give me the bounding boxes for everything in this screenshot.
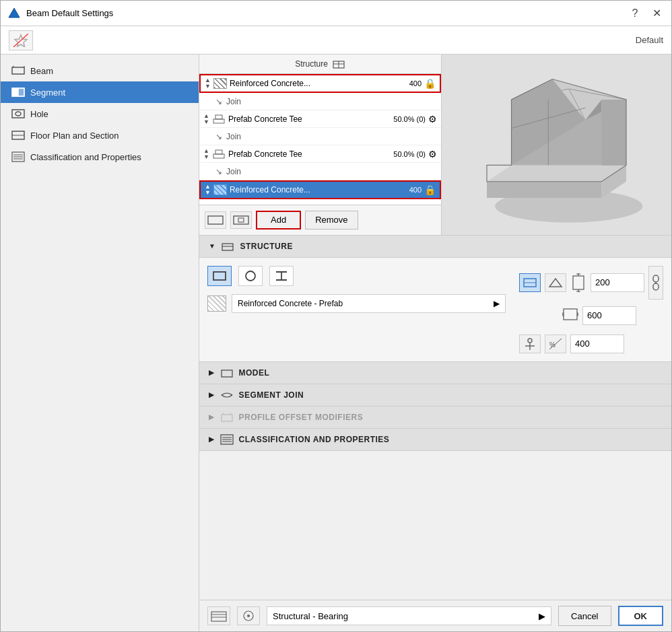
sidebar-item-hole-label: Hole [30,109,48,119]
app-icon [7,7,21,20]
structure-section-label: STRUCTURE [240,242,293,251]
svg-rect-61 [564,309,577,320]
view-btn-inactive[interactable] [545,273,566,292]
help-button[interactable]: ? [627,5,643,22]
bottom-dropdown[interactable]: Structural - Bearing ▶ [267,606,551,625]
svg-rect-45 [213,272,226,280]
add-button[interactable]: Add [256,211,301,230]
classification-section-header[interactable]: ▶ CLASSIFICATION AND PROPERTIES [199,429,671,451]
structure-header-label: Structure [295,59,328,69]
svg-rect-25 [234,216,248,224]
join-label-2: Join [226,132,437,141]
width-icon [562,306,578,325]
row-material-name: Reinforced Concrete... [230,79,399,88]
material-icon [207,295,226,312]
svg-point-10 [15,112,21,116]
shape-ibeam-button[interactable] [269,266,294,286]
row-order-arrows-4[interactable]: ▲▼ [205,184,211,196]
svg-rect-22 [213,154,224,158]
material-dropdown[interactable]: Reinforced Concrete - Prefab ▶ [232,294,506,313]
svg-marker-52 [549,279,562,287]
svg-rect-21 [215,115,222,119]
sidebar-item-hole[interactable]: Hole [1,103,199,125]
view-btn-active[interactable] [519,273,541,292]
dim-row-3: % [519,335,663,353]
close-button[interactable]: ✕ [648,5,665,22]
structure-header: Structure [199,55,441,74]
row-selected-value: 400 [401,186,422,194]
join-label-1: Join [226,97,437,106]
material-label: Reinforced Concrete - Prefab [238,299,343,308]
table-row-prefab-1[interactable]: ▲▼ Prefab Concrete Tee 50.0% (0) ⚙ [199,110,441,128]
row-selected-name: Reinforced Concrete... [230,185,399,195]
model-section: ▶ MODEL [199,362,671,384]
shape-circle-button[interactable] [238,266,263,286]
height-icon [570,273,586,292]
sidebar-item-segment-label: Segment [30,87,65,98]
row-selected-lock-icon[interactable]: 🔒 [424,184,436,195]
ok-button[interactable]: OK [618,606,664,626]
table-icon-btn-1[interactable] [205,211,226,229]
table-row-join-3: ↘ Join [199,163,441,180]
svg-rect-20 [213,119,224,123]
row-order-arrows[interactable]: ▲▼ [205,77,211,90]
material-arrow-icon: ▶ [494,299,500,308]
window-controls: ? ✕ [627,5,665,22]
profile-offset-collapse-icon: ▶ [209,413,215,421]
segment-join-section-header[interactable]: ▶ SEGMENT JOIN [199,384,671,407]
structure-section: ▼ STRUCTURE [199,236,671,362]
sections-area: ▼ STRUCTURE [199,236,671,600]
row-order-arrows-2[interactable]: ▲▼ [203,113,209,125]
cancel-button[interactable]: Cancel [558,606,611,626]
table-row[interactable]: ▲▼ Reinforced Concrete... 400 🔒 [199,74,441,93]
link-button[interactable] [648,266,663,300]
sidebar-item-beam[interactable]: Beam [1,60,199,81]
sidebar-item-floor-plan-label: Floor Plan and Section [30,131,119,141]
anchor-btn[interactable] [519,335,541,353]
segment-join-section-label: SEGMENT JOIN [239,390,304,400]
bottom-bar: Structural - Bearing ▶ Cancel OK [199,600,671,631]
row-prefab-1-icon[interactable]: ⚙ [428,114,437,125]
structure-left: Reinforced Concrete - Prefab ▶ [207,266,506,353]
percent-icon: % [545,335,566,353]
favorites-button[interactable] [9,30,33,50]
model-section-header[interactable]: ▶ MODEL [199,362,671,384]
join-arrow-icon: ↘ [215,97,222,106]
shape-rect-button[interactable] [207,266,232,286]
sidebar: Beam Segment Hole Floor Plan and Section [1,55,199,631]
sidebar-item-classification[interactable]: Classification and Properties [1,146,199,168]
svg-marker-0 [9,8,20,17]
table-body: ▲▼ Reinforced Concrete... 400 🔒 ↘ Join [199,74,441,205]
offset-input[interactable] [570,335,624,353]
join-arrow-icon-3: ↘ [215,167,222,176]
top-section: Structure ▲▼ Reinforced Concrete... 400 [199,55,671,236]
width-input[interactable] [582,306,636,325]
sidebar-item-classification-label: Classification and Properties [30,152,141,162]
svg-point-46 [246,271,255,281]
svg-rect-43 [222,244,233,250]
segment-join-section: ▶ SEGMENT JOIN [199,384,671,407]
profile-offset-section: ▶ PROFILE OFFSET MODIFIERS [199,407,671,429]
svg-rect-53 [573,276,584,289]
bottom-icon-2[interactable] [237,606,260,625]
structure-section-header[interactable]: ▼ STRUCTURE [199,236,671,258]
row-prefab-2-icon[interactable]: ⚙ [428,149,437,160]
svg-rect-7 [18,88,24,96]
profile-offset-section-header[interactable]: ▶ PROFILE OFFSET MODIFIERS [199,407,671,429]
remove-button[interactable]: Remove [305,211,358,230]
table-row-selected[interactable]: ▲▼ Reinforced Concrete... 400 🔒 [199,180,441,199]
segment-join-collapse-icon: ▶ [209,391,215,398]
structure-right: % [519,266,663,353]
sidebar-item-segment[interactable]: Segment [1,81,199,103]
table-icon-btn-2[interactable] [230,211,252,229]
row-order-arrows-3[interactable]: ▲▼ [203,148,209,160]
table-row-prefab-2[interactable]: ▲▼ Prefab Concrete Tee 50.0% (0) ⚙ [199,145,441,163]
row-lock-icon[interactable]: 🔒 [424,78,436,89]
svg-rect-6 [12,88,18,96]
row-prefab-2-name: Prefab Concrete Tee [228,149,391,159]
svg-rect-9 [12,110,24,118]
join-label-3: Join [226,167,437,176]
height-input[interactable] [591,273,644,292]
row-prefab-1-name: Prefab Concrete Tee [228,114,391,124]
sidebar-item-floor-plan[interactable]: Floor Plan and Section [1,125,199,146]
